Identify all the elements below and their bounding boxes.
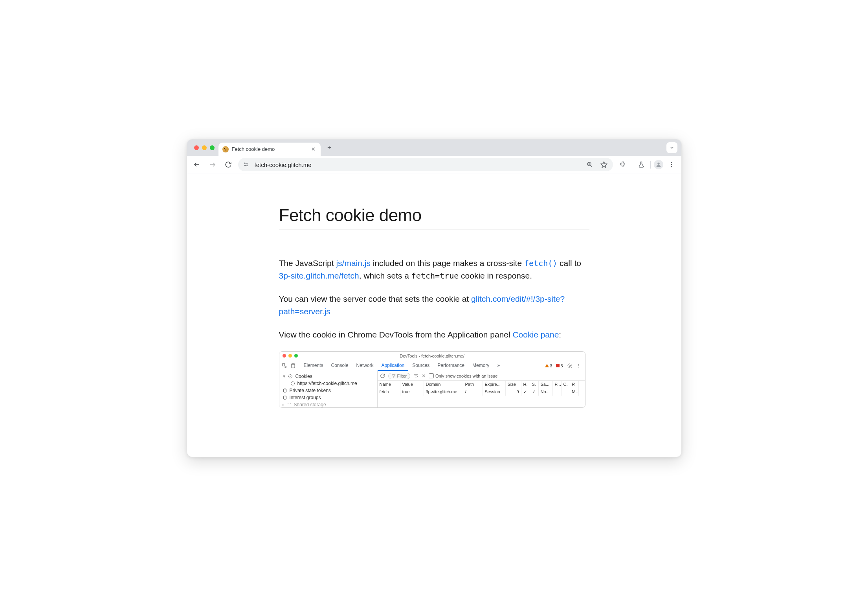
maximize-icon[interactable] [294,354,298,358]
forward-button[interactable] [207,159,218,171]
bookmark-icon[interactable] [598,159,610,171]
cookie-icon [290,381,295,386]
site-settings-icon[interactable] [241,161,251,168]
table-row[interactable]: fetch true 3p-site.glitch.me / Session 9… [378,388,585,396]
only-issue-checkbox[interactable]: Only show cookies with an issue [429,373,497,378]
close-icon[interactable] [283,354,286,358]
gear-icon[interactable] [567,363,573,369]
svg-point-28 [288,403,290,404]
devtools-tabs: Elements Console Network Application Sou… [279,360,585,371]
device-icon[interactable] [290,363,296,369]
filter-icon [392,374,396,378]
clear-filter-icon[interactable] [413,373,418,378]
svg-point-22 [289,375,292,378]
extensions-icon[interactable] [617,159,629,171]
tab-title: Fetch cookie demo [232,146,307,152]
errors-badge[interactable]: 3 [556,363,563,368]
svg-point-14 [671,166,672,167]
cookie-icon [288,374,293,379]
divider [632,161,632,169]
svg-point-21 [578,367,579,367]
minimize-icon[interactable] [288,354,292,358]
browser-menu-icon[interactable] [666,159,677,171]
paragraph-3: View the cookie in Chrome DevTools from … [279,328,589,341]
svg-point-11 [657,163,659,165]
svg-point-18 [569,365,571,367]
devtools-title: DevTools - fetch-cookie.glitch.me/ [400,354,464,358]
devtools-tab-application[interactable]: Application [378,360,409,371]
table-header: Name Value Domain Path Expire... Size H.… [378,381,585,388]
url-text: fetch-cookie.glitch.me [255,161,312,168]
reload-button[interactable] [222,159,234,171]
svg-point-25 [291,382,294,385]
devtools-tab-more[interactable]: » [493,360,504,371]
svg-point-4 [247,165,248,166]
devtools-titlebar: DevTools - fetch-cookie.glitch.me/ [279,352,585,360]
devtools-tab-network[interactable]: Network [352,360,378,371]
refresh-icon[interactable] [380,373,385,378]
devtools-screenshot: DevTools - fetch-cookie.glitch.me/ Eleme… [279,351,585,408]
svg-point-23 [290,376,290,376]
address-bar[interactable]: fetch-cookie.glitch.me [238,158,613,171]
cookie-icon [222,146,229,152]
sidebar-shared-storage[interactable]: ▸ Shared storage [282,401,375,408]
divider [650,161,651,169]
link-3psite[interactable]: 3p-site.glitch.me/fetch [279,271,359,280]
database-icon [283,388,287,393]
svg-rect-15 [282,363,284,366]
svg-line-7 [591,165,592,167]
browser-window: Fetch cookie demo ✕ ＋ fetch-cookie.glitc… [187,139,682,457]
new-tab-button[interactable]: ＋ [324,142,335,153]
maximize-window-button[interactable] [210,145,215,150]
back-button[interactable] [191,159,203,171]
sidebar-interest-groups[interactable]: Interest groups [282,394,375,401]
cookies-table: Name Value Domain Path Expire... Size H.… [378,381,585,407]
devtools-tab-performance[interactable]: Performance [433,360,468,371]
sidebar-cookie-origin[interactable]: https://fetch-cookie.glitch.me [282,380,375,387]
svg-marker-10 [601,162,607,168]
devtools-main: Filter ✕ Only show cookies with an issue [378,371,585,407]
warning-icon [545,364,549,367]
paragraph-2: You can view the server code that sets t… [279,293,589,318]
svg-point-2 [244,163,245,164]
cookies-filterbar: Filter ✕ Only show cookies with an issue [378,371,585,381]
sidebar-cookies[interactable]: ▼ Cookies [282,373,375,380]
close-icon[interactable]: ✕ [422,373,426,379]
zoom-icon[interactable] [584,159,596,171]
code-fetch[interactable]: fetch() [524,259,557,268]
labs-icon[interactable] [635,159,647,171]
filter-input[interactable]: Filter [388,373,410,379]
close-tab-button[interactable]: ✕ [310,146,317,152]
database-icon [283,395,287,400]
devtools-sidebar: ▼ Cookies https://fetch-cookie.glitch.me… [279,371,378,407]
window-controls [192,139,218,156]
devtools-tab-elements[interactable]: Elements [300,360,327,371]
tab-strip: Fetch cookie demo ✕ ＋ [187,139,681,156]
svg-point-20 [578,365,579,366]
devtools-tab-console[interactable]: Console [327,360,352,371]
svg-point-26 [283,389,286,390]
inspect-icon[interactable] [282,363,287,369]
toolbar-right [617,159,677,171]
link-mainjs[interactable]: js/main.js [336,259,371,268]
minimize-window-button[interactable] [202,145,207,150]
profile-avatar[interactable] [654,160,663,169]
kebab-icon[interactable] [576,363,581,368]
svg-rect-16 [291,363,294,368]
devtools-tab-sources[interactable]: Sources [408,360,433,371]
browser-toolbar: fetch-cookie.glitch.me [187,156,681,174]
devtools-tab-memory[interactable]: Memory [468,360,493,371]
sidebar-pst[interactable]: Private state tokens [282,387,375,394]
page-content: Fetch cookie demo The JavaScript js/main… [187,174,681,457]
warnings-badge[interactable]: 3 [545,363,552,368]
svg-point-13 [671,164,672,165]
devtools-window-controls [283,354,298,358]
link-cookie-pane[interactable]: Cookie pane [512,330,559,339]
page-title: Fetch cookie demo [279,205,589,229]
tabs-menu-button[interactable] [666,142,677,153]
svg-marker-29 [392,374,395,377]
close-window-button[interactable] [194,145,199,150]
browser-tab[interactable]: Fetch cookie demo ✕ [218,143,321,156]
paragraph-1: The JavaScript js/main.js included on th… [279,257,589,282]
svg-point-24 [291,377,291,377]
